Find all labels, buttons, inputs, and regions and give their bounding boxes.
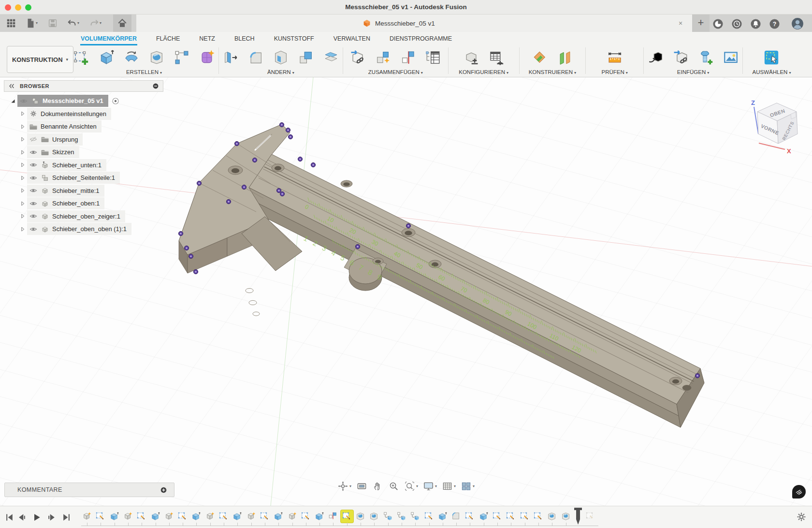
- group-label-erstellen[interactable]: ERSTELLEN▾: [126, 69, 162, 75]
- collapse-panel-icon[interactable]: [7, 83, 16, 89]
- viewports-button[interactable]: ▾: [460, 480, 476, 493]
- timeline-op-sketch-25[interactable]: [423, 510, 435, 523]
- activate-component-radio[interactable]: [111, 97, 120, 105]
- timeline-step-forward-button[interactable]: [47, 513, 57, 522]
- timeline-op-hole-35[interactable]: [560, 510, 572, 523]
- timeline-op-joint-18[interactable]: [327, 510, 339, 523]
- timeline-marker[interactable]: [573, 507, 583, 528]
- notifications-button[interactable]: [749, 18, 762, 29]
- expand-icon[interactable]: [18, 213, 27, 220]
- ribbon-tab-netz[interactable]: NETZ: [199, 33, 216, 45]
- timeline-op-extrude-29[interactable]: [478, 510, 490, 523]
- timeline-op-sketch-33[interactable]: [532, 510, 545, 523]
- expand-icon[interactable]: [9, 98, 17, 104]
- eye-icon[interactable]: [29, 161, 38, 169]
- eye-icon[interactable]: [29, 212, 38, 220]
- display-settings-button[interactable]: ▾: [422, 480, 438, 493]
- bom-button[interactable]: [424, 49, 442, 66]
- timeline-op-component-6[interactable]: [163, 510, 175, 523]
- undo-button[interactable]: [66, 17, 78, 29]
- grid-settings-button[interactable]: ▾: [441, 480, 457, 493]
- measure-button[interactable]: [606, 49, 624, 66]
- derive-button[interactable]: [647, 49, 664, 66]
- fastener-button[interactable]: [697, 49, 714, 66]
- timeline-op-sketch-16[interactable]: [300, 510, 312, 523]
- form-button[interactable]: [198, 49, 216, 66]
- ribbon-tab-kunststoff[interactable]: KUNSTSTOFF: [274, 33, 315, 45]
- fillet-button[interactable]: [247, 49, 264, 66]
- browser-item-root[interactable]: Messschieber_05 v1: [9, 95, 120, 107]
- timeline-suppressed-op-sketch[interactable]: [584, 510, 597, 523]
- split-button[interactable]: [322, 49, 340, 66]
- expand-icon[interactable]: [18, 149, 27, 156]
- timeline-op-sketch-4[interactable]: [135, 510, 148, 523]
- group-label-ändern[interactable]: ÄNDERN▾: [267, 69, 294, 75]
- new-tab-button[interactable]: +: [692, 15, 710, 32]
- timeline-op-component-9[interactable]: [204, 510, 217, 523]
- insert-cad-button[interactable]: [672, 49, 689, 66]
- view-cube[interactable]: Z X OBEN VORNE RECHTS: [748, 97, 811, 157]
- extensions-button[interactable]: [711, 18, 724, 29]
- help-button[interactable]: ?: [768, 18, 781, 29]
- app-launcher-button[interactable]: [5, 17, 17, 29]
- timeline-op-extrude-26[interactable]: [436, 510, 449, 523]
- timeline-op-extrude-2[interactable]: [108, 510, 121, 523]
- timeline-op-sketch-1[interactable]: [94, 510, 107, 523]
- expand-icon[interactable]: [18, 175, 27, 181]
- browser-item-ursprung[interactable]: Ursprung: [18, 133, 83, 146]
- expand-icon[interactable]: [18, 161, 27, 168]
- browser-item-benannte-ansichten[interactable]: Benannte Ansichten: [18, 120, 102, 132]
- timeline-settings-gear-icon[interactable]: [796, 511, 807, 525]
- timeline-op-sketch-10[interactable]: [218, 510, 230, 523]
- eye-icon[interactable]: [29, 187, 38, 194]
- insert-link-button[interactable]: [349, 49, 366, 66]
- timeline-op-extrude-14[interactable]: [272, 510, 285, 523]
- configure-button[interactable]: [463, 49, 480, 66]
- eye-icon[interactable]: [19, 97, 28, 105]
- shell-button[interactable]: [272, 49, 290, 66]
- timeline-op-sketch-31[interactable]: [505, 510, 517, 523]
- expand-icon[interactable]: [18, 226, 27, 233]
- revolve-button[interactable]: [123, 49, 140, 66]
- home-view-button[interactable]: [116, 17, 129, 29]
- browser-item-schieber-oben-zeiger-1[interactable]: Schieber_oben_zeiger:1: [18, 210, 125, 222]
- expand-icon[interactable]: [18, 110, 27, 117]
- redo-button[interactable]: [88, 17, 101, 29]
- group-label-konfigurieren[interactable]: KONFIGURIEREN▾: [459, 69, 508, 75]
- hole-button[interactable]: [148, 49, 165, 66]
- assistant-button[interactable]: [792, 485, 806, 499]
- browser-item-dokumenteinstellungen[interactable]: Dokumenteinstellungen: [18, 108, 111, 120]
- chevron-down-icon[interactable]: ▾: [454, 484, 456, 488]
- minimize-browser-icon[interactable]: [151, 83, 160, 89]
- browser-item-schieber-oben-1[interactable]: Schieber_oben:1: [18, 197, 104, 209]
- new-component-button[interactable]: [374, 49, 392, 66]
- timeline-op-component-0[interactable]: [81, 510, 93, 523]
- construct-offset-button[interactable]: [556, 49, 574, 66]
- timeline-play-button[interactable]: [32, 513, 42, 522]
- timeline-op-fillet-27[interactable]: [450, 510, 463, 523]
- extrude-button[interactable]: [98, 49, 115, 66]
- eye-icon[interactable]: [29, 200, 38, 207]
- press-pull-button[interactable]: [222, 49, 239, 66]
- eye-icon[interactable]: [29, 225, 38, 233]
- timeline-op-extrude-8[interactable]: [190, 510, 203, 523]
- file-menu-button[interactable]: [24, 17, 37, 29]
- timeline-op-component-3[interactable]: [122, 510, 134, 523]
- pattern-button[interactable]: [173, 49, 190, 66]
- expand-icon[interactable]: [18, 123, 27, 130]
- timeline-op-hole-21[interactable]: [368, 510, 380, 523]
- eye-off-icon[interactable]: [29, 135, 38, 143]
- group-label-auswählen[interactable]: AUSWÄHLEN▾: [753, 69, 791, 75]
- expand-icon[interactable]: [18, 187, 27, 194]
- orbit-button[interactable]: ▾: [336, 480, 352, 493]
- job-status-button[interactable]: [730, 18, 743, 29]
- close-tab-button[interactable]: ×: [676, 18, 685, 28]
- ribbon-tab-volumenkörper[interactable]: VOLUMENKÖRPER: [80, 33, 137, 45]
- chevron-down-icon[interactable]: ▾: [435, 484, 437, 488]
- browser-item-skizzen[interactable]: Skizzen: [18, 146, 79, 158]
- viewport-3d[interactable]: 0102030405060708090100110120123456789 Z …: [0, 77, 812, 506]
- konstruktion-dropdown[interactable]: KONSTRUKTION ▾: [7, 46, 73, 73]
- combine-button[interactable]: [297, 49, 315, 66]
- file-menu-caret-icon[interactable]: ▾: [36, 21, 38, 25]
- timeline-skip-end-button[interactable]: [61, 513, 71, 522]
